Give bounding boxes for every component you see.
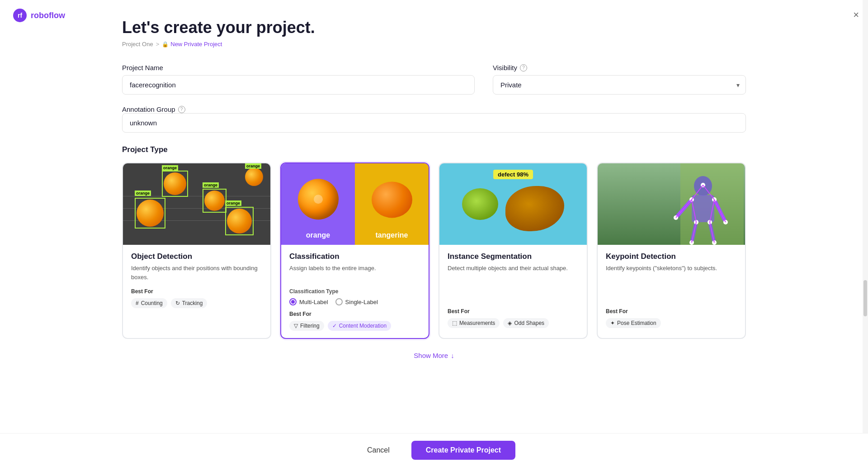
od-label-2: orange bbox=[162, 165, 178, 171]
od-orange-5 bbox=[245, 168, 263, 186]
main-container: Let's create your project. Project One >… bbox=[95, 0, 773, 418]
card-desc-instance-segmentation: Detect multiple objects and their actual… bbox=[448, 264, 579, 283]
pose-icon: ✦ bbox=[610, 320, 615, 326]
check-icon: ✓ bbox=[332, 323, 337, 329]
visibility-help-icon[interactable]: ? bbox=[520, 64, 527, 71]
od-bbox-2 bbox=[162, 171, 188, 197]
breadcrumb-current-label: New Private Project bbox=[170, 41, 222, 48]
scrollbar[interactable] bbox=[863, 0, 868, 467]
breadcrumb-current: 🔒 New Private Project bbox=[162, 41, 222, 48]
best-for-label-kp: Best For bbox=[606, 308, 737, 315]
radio-multi-label-text: Multi-Label bbox=[299, 299, 328, 305]
tags-kp: ✦ Pose Estimation bbox=[606, 318, 737, 328]
visibility-group: Visibility ? Private Public ▾ bbox=[493, 64, 746, 95]
cls-left-panel: orange bbox=[281, 163, 355, 245]
tag-odd-shapes-label: Odd Shapes bbox=[514, 320, 544, 326]
tag-pose-estimation: ✦ Pose Estimation bbox=[606, 318, 661, 328]
cls-right-panel: tangerine bbox=[355, 163, 429, 245]
card-keypoint-detection[interactable]: Keypoint Detection Identify keypoints ("… bbox=[597, 162, 746, 339]
card-image-object-detection: orange orange orange orange orange bbox=[123, 163, 270, 245]
annotation-group-label: Annotation Group ? bbox=[122, 105, 746, 113]
card-title-keypoint-detection: Keypoint Detection bbox=[606, 252, 737, 261]
project-name-input[interactable] bbox=[122, 75, 475, 95]
od-label-3: orange bbox=[203, 182, 219, 188]
scrollbar-thumb[interactable] bbox=[863, 280, 867, 316]
breadcrumb: Project One > 🔒 New Private Project bbox=[122, 41, 746, 48]
roboflow-logo-icon: rf bbox=[13, 8, 27, 23]
od-bbox-1 bbox=[135, 198, 165, 229]
conveyor-line-1 bbox=[123, 196, 270, 196]
od-bbox-3 bbox=[203, 189, 226, 213]
tags-is: ⬚ Measurements ◈ Odd Shapes bbox=[448, 318, 579, 328]
breadcrumb-parent[interactable]: Project One bbox=[122, 41, 153, 48]
project-name-label: Project Name bbox=[122, 64, 475, 71]
card-title-object-detection: Object Detection bbox=[131, 252, 262, 261]
roboflow-logo-text: roboflow bbox=[31, 11, 65, 20]
od-label-4: orange bbox=[225, 200, 241, 206]
form-top-row: Project Name Visibility ? Private Public… bbox=[122, 64, 746, 95]
card-object-detection[interactable]: orange orange orange orange orange bbox=[122, 162, 271, 339]
show-more-button[interactable]: Show More ↓ bbox=[414, 352, 454, 359]
measurements-icon: ⬚ bbox=[452, 320, 457, 326]
odd-shapes-icon: ◈ bbox=[508, 320, 512, 326]
tag-counting-label: Counting bbox=[141, 300, 163, 306]
tag-filtering: ▽ Filtering bbox=[289, 321, 324, 331]
hash-icon: # bbox=[136, 300, 139, 306]
cancel-button[interactable]: Cancel bbox=[353, 441, 404, 460]
card-title-classification: Classification bbox=[289, 252, 420, 261]
od-visual: orange orange orange orange orange bbox=[123, 163, 270, 245]
is-visual: defect 98% bbox=[439, 163, 587, 245]
tag-counting: # Counting bbox=[131, 298, 167, 308]
card-body-object-detection: Object Detection Identify objects and th… bbox=[123, 245, 270, 315]
annotation-group-input[interactable] bbox=[122, 113, 746, 133]
cls-visual: orange tangerine bbox=[281, 163, 429, 245]
tags-cls: ▽ Filtering ✓ Content Moderation bbox=[289, 321, 420, 331]
create-private-project-button[interactable]: Create Private Project bbox=[411, 441, 515, 460]
best-for-label-cls: Best For bbox=[289, 311, 420, 317]
spacer-kp bbox=[606, 288, 737, 308]
lime-slice bbox=[462, 188, 498, 220]
mango-shape bbox=[505, 186, 564, 231]
logo: rf roboflow bbox=[13, 8, 65, 23]
card-body-classification: Classification Assign labels to the enti… bbox=[281, 245, 429, 338]
chevron-down-icon-show: ↓ bbox=[451, 352, 454, 359]
tangerine-img bbox=[372, 181, 412, 218]
defect-badge: defect 98% bbox=[493, 170, 533, 179]
show-more-label: Show More bbox=[414, 352, 448, 359]
card-classification[interactable]: orange tangerine Classification Assign l… bbox=[280, 162, 429, 339]
radio-multi-label-circle bbox=[289, 298, 297, 305]
visibility-select[interactable]: Private Public bbox=[493, 75, 746, 95]
card-instance-segmentation[interactable]: defect 98% Instance Segmentation Detect … bbox=[439, 162, 588, 339]
tag-pose-estimation-label: Pose Estimation bbox=[617, 320, 656, 326]
card-desc-keypoint-detection: Identify keypoints ("skeletons") to subj… bbox=[606, 264, 737, 283]
project-type-cards: orange orange orange orange orange bbox=[122, 162, 746, 339]
breadcrumb-separator: > bbox=[156, 41, 160, 48]
card-desc-object-detection: Identify objects and their positions wit… bbox=[131, 264, 262, 283]
annotation-help-icon[interactable]: ? bbox=[178, 106, 185, 113]
card-body-keypoint-detection: Keypoint Detection Identify keypoints ("… bbox=[598, 245, 745, 335]
spacer-is bbox=[448, 288, 579, 308]
classification-type-section: Classification Type Multi-Label Single-L… bbox=[289, 288, 420, 305]
footer-actions: Cancel Create Private Project bbox=[0, 433, 868, 467]
tracking-icon: ↻ bbox=[175, 300, 180, 306]
show-more-row: Show More ↓ bbox=[122, 352, 746, 359]
card-image-keypoint-detection bbox=[598, 163, 745, 245]
cls-orange-label: orange bbox=[306, 231, 330, 239]
visibility-select-wrapper: Private Public ▾ bbox=[493, 75, 746, 95]
annotation-group-section: Annotation Group ? bbox=[122, 105, 746, 133]
best-for-label-od: Best For bbox=[131, 288, 262, 295]
close-button[interactable]: × bbox=[853, 9, 859, 21]
filter-icon: ▽ bbox=[294, 323, 298, 329]
card-desc-classification: Assign labels to the entire image. bbox=[289, 264, 420, 283]
radio-group-classification: Multi-Label Single-Label bbox=[289, 298, 420, 305]
tag-odd-shapes: ◈ Odd Shapes bbox=[503, 318, 549, 328]
card-title-instance-segmentation: Instance Segmentation bbox=[448, 252, 579, 261]
tag-content-moderation: ✓ Content Moderation bbox=[328, 321, 391, 331]
radio-single-label[interactable]: Single-Label bbox=[335, 298, 378, 305]
od-label-5: orange bbox=[245, 163, 261, 169]
project-type-title: Project Type bbox=[122, 145, 746, 154]
radio-multi-label[interactable]: Multi-Label bbox=[289, 298, 328, 305]
cls-tangerine-label: tangerine bbox=[375, 231, 408, 239]
tag-tracking-label: Tracking bbox=[182, 300, 203, 306]
od-bbox-4 bbox=[225, 207, 254, 235]
